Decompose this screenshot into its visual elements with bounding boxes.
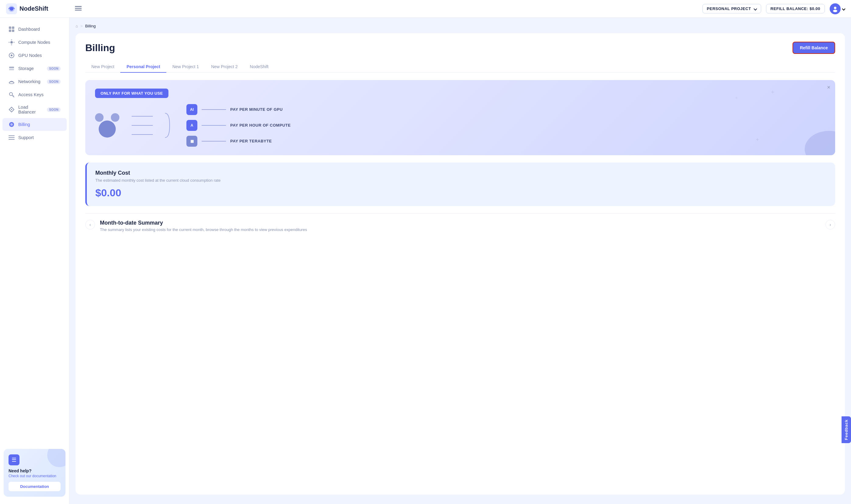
sidebar-label-storage: Storage [18, 66, 34, 71]
service-icon-2: ▦ [186, 136, 197, 147]
summary-next-button[interactable]: › [826, 220, 835, 230]
svg-rect-29 [8, 139, 15, 140]
avatar [830, 3, 841, 14]
sidebar-item-dashboard[interactable]: Dashboard [2, 23, 67, 36]
sidebar-label-access-keys: Access Keys [18, 92, 44, 97]
svg-point-15 [8, 42, 10, 43]
sidebar-item-compute-nodes[interactable]: Compute Nodes [2, 36, 67, 49]
service-row-2: ▦ PAY PER TERABYTE [186, 136, 291, 147]
refill-balance-button[interactable]: Refill Balance [793, 42, 835, 54]
close-banner-button[interactable]: × [827, 84, 830, 91]
service-label-2: PAY PER TERABYTE [230, 139, 272, 143]
tab-new-project-2[interactable]: New Project 2 [205, 61, 244, 73]
sidebar-bottom: ☰ Need help? Check out our documentation… [0, 444, 69, 499]
logo-area: NodeShift [6, 3, 67, 14]
dashboard-icon [8, 26, 15, 32]
connector-lines [132, 116, 153, 135]
service-icon-1: A [186, 120, 197, 131]
billing-tabs: New ProjectPersonal ProjectNew Project 1… [85, 61, 835, 73]
svg-rect-8 [9, 26, 11, 29]
summary-prev-button[interactable]: ‹ [85, 220, 95, 230]
badge-networking: SOON [47, 79, 60, 84]
service-line-1 [202, 125, 226, 126]
sidebar-label-support: Support [18, 135, 34, 140]
service-icon-0: AI [186, 104, 197, 115]
summary-description: The summary lists your existing costs fo… [100, 227, 820, 232]
help-card: ☰ Need help? Check out our documentation… [4, 449, 66, 497]
documentation-button[interactable]: Documentation [8, 482, 60, 491]
gpu-nodes-icon [8, 52, 15, 58]
svg-rect-5 [75, 10, 82, 10]
page-header: Billing Refill Balance [85, 42, 835, 54]
feedback-button[interactable]: Feedback [841, 416, 851, 443]
svg-point-7 [833, 10, 837, 12]
load-balancer-icon [8, 107, 15, 113]
help-title: Need help? [8, 468, 60, 473]
avatar-icon [832, 5, 838, 12]
hamburger-icon [75, 5, 82, 12]
header: NodeShift PERSONAL PROJECT REFILL BALANC… [0, 0, 851, 18]
sidebar-item-access-keys[interactable]: Access Keys [2, 88, 67, 101]
sidebar-label-dashboard: Dashboard [18, 27, 40, 32]
svg-point-18 [11, 54, 13, 56]
main-content: ⌂ > Billing Billing Refill Balance New P… [69, 18, 851, 504]
logo-text: NodeShift [19, 5, 48, 12]
svg-rect-27 [8, 136, 15, 136]
nav-list: DashboardCompute NodesGPU NodesStorageSO… [0, 22, 69, 144]
sidebar-item-support[interactable]: Support [2, 131, 67, 144]
summary-title: Month-to-date Summary [100, 220, 820, 226]
svg-point-24 [11, 109, 12, 110]
support-icon [8, 134, 15, 141]
promo-tag: ONLY PAY FOR WHAT YOU USE [95, 89, 169, 98]
storage-icon [8, 66, 15, 72]
user-circle-main [99, 121, 116, 138]
tab-personal-project[interactable]: Personal Project [120, 61, 166, 73]
svg-rect-3 [75, 6, 82, 7]
tab-new-project[interactable]: New Project [85, 61, 120, 73]
svg-point-12 [10, 41, 13, 43]
sidebar-item-storage[interactable]: StorageSOON [2, 62, 67, 75]
svg-rect-11 [12, 30, 14, 32]
monthly-cost-card: Monthly Cost The estimated monthly cost … [85, 163, 835, 206]
nodeshift-logo [6, 3, 17, 14]
service-label-0: PAY PER MINUTE OF GPU [230, 107, 283, 112]
chevron-down-icon [753, 7, 757, 10]
sidebar-item-networking[interactable]: NetworkingSOON [2, 75, 67, 88]
line-bot [132, 134, 153, 135]
billing-icon [8, 122, 15, 127]
avatar-area[interactable] [830, 3, 845, 14]
sidebar-item-billing[interactable]: Billing [2, 118, 67, 131]
badge-load-balancer: SOON [47, 107, 60, 112]
sidebar-label-gpu-nodes: GPU Nodes [18, 53, 42, 58]
svg-point-21 [9, 82, 14, 84]
refill-balance-label: REFILL BALANCE: $0.00 [770, 6, 820, 11]
help-link[interactable]: Check out our documentation [8, 474, 60, 478]
refill-balance-header-button[interactable]: REFILL BALANCE: $0.00 [766, 4, 825, 13]
summary-header: ‹ Month-to-date Summary The summary list… [85, 220, 835, 232]
promo-banner: × ONLY PAY FOR WHAT YOU USE [85, 80, 835, 155]
monthly-cost-value: $0.00 [95, 187, 827, 199]
tab-nodeshift[interactable]: NodeShift [244, 61, 274, 73]
service-line-0 [202, 109, 226, 110]
breadcrumb-home[interactable]: ⌂ [75, 24, 78, 28]
sidebar-item-gpu-nodes[interactable]: GPU Nodes [2, 49, 67, 62]
svg-point-26 [10, 123, 13, 126]
line-mid [132, 125, 153, 126]
personal-project-button[interactable]: PERSONAL PROJECT [702, 4, 761, 13]
user-circle-tr [111, 113, 119, 122]
help-circle-decoration [47, 449, 66, 467]
sidebar: DashboardCompute NodesGPU NodesStorageSO… [0, 18, 69, 504]
plus-decoration-2: + [756, 137, 759, 143]
sidebar-item-load-balancer[interactable]: Load BalancerSOON [2, 101, 67, 118]
service-line-2 [202, 141, 226, 142]
badge-storage: SOON [47, 66, 60, 71]
svg-rect-28 [8, 137, 15, 138]
promo-content: AI PAY PER MINUTE OF GPU A PAY PER HOUR … [95, 104, 826, 147]
breadcrumb: ⌂ > Billing [75, 24, 845, 28]
tab-new-project-1[interactable]: New Project 1 [166, 61, 205, 73]
sidebar-label-compute-nodes: Compute Nodes [18, 40, 50, 45]
breadcrumb-separator: > [81, 24, 83, 28]
hamburger-button[interactable] [73, 3, 84, 14]
wave-decoration [774, 119, 835, 155]
help-card-icon: ☰ [8, 454, 19, 465]
